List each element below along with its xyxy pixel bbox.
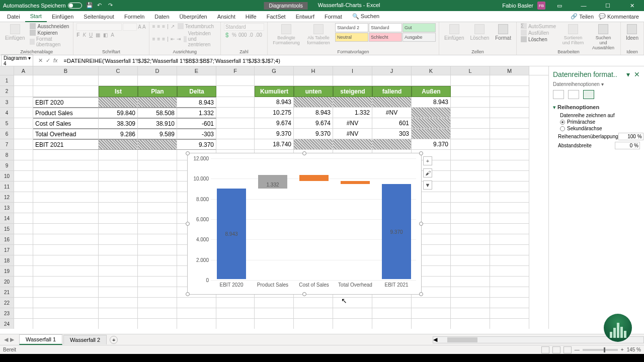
- tab-ueberpruefen[interactable]: Überprüfen: [175, 12, 212, 22]
- cell[interactable]: [33, 234, 99, 245]
- resize-handle[interactable]: [419, 222, 423, 226]
- row-header[interactable]: 23: [0, 308, 14, 319]
- cell[interactable]: 9.370: [255, 129, 294, 139]
- cell[interactable]: [138, 139, 177, 150]
- cell[interactable]: [177, 298, 216, 308]
- section-header[interactable]: ▾ Reihenoptionen: [553, 104, 640, 111]
- clear-button[interactable]: Löschen: [520, 36, 557, 42]
- zoom-level[interactable]: 145 %: [627, 347, 641, 352]
- cell[interactable]: [451, 192, 490, 203]
- cell[interactable]: [33, 160, 99, 171]
- align-center-icon[interactable]: ≡: [157, 36, 160, 42]
- cell[interactable]: [14, 150, 33, 160]
- cell[interactable]: [138, 319, 177, 329]
- cell[interactable]: [216, 308, 255, 319]
- cell[interactable]: [14, 319, 33, 329]
- cell[interactable]: [490, 97, 529, 108]
- cell[interactable]: [33, 308, 99, 319]
- col-header[interactable]: K: [412, 66, 451, 75]
- worksheet-grid[interactable]: A B C D E F G H I J K L M 12IstPlanDelta…: [0, 66, 548, 329]
- cell[interactable]: [372, 298, 412, 308]
- chart-elements-button[interactable]: +: [423, 156, 432, 165]
- cell[interactable]: [294, 298, 333, 308]
- formula-input[interactable]: =DATENREIHE('Wasserfall 1'!$J$2;'Wasserf…: [62, 57, 644, 64]
- col-header[interactable]: H: [294, 66, 333, 75]
- style-standard2[interactable]: Standard 2: [335, 23, 368, 32]
- cell[interactable]: [294, 139, 333, 150]
- tab-start[interactable]: Start: [25, 11, 47, 22]
- cell[interactable]: [33, 224, 99, 234]
- overlap-input[interactable]: [618, 133, 643, 140]
- conditional-formatting-button[interactable]: Bedingte Formatierung: [271, 23, 302, 46]
- normal-view-icon[interactable]: [541, 346, 549, 353]
- fill-button[interactable]: Ausfüllen: [520, 30, 557, 36]
- cell[interactable]: [490, 203, 529, 213]
- cell[interactable]: 8.943: [177, 97, 216, 108]
- cell[interactable]: [490, 234, 529, 245]
- insert-cells-button[interactable]: Einfügen: [442, 23, 466, 42]
- row-header[interactable]: 2: [0, 86, 14, 97]
- cell[interactable]: EBIT 2020: [33, 97, 99, 108]
- cancel-formula-icon[interactable]: ✕: [38, 57, 43, 64]
- align-left-icon[interactable]: ≡: [152, 36, 155, 42]
- cell[interactable]: [33, 75, 99, 86]
- cell[interactable]: 9.370: [412, 139, 451, 150]
- cell[interactable]: #NV: [372, 108, 412, 118]
- row-header[interactable]: 5: [0, 118, 14, 129]
- italic-icon[interactable]: K: [83, 32, 86, 38]
- align-mid-icon[interactable]: ≡: [157, 24, 160, 29]
- cell[interactable]: [33, 182, 99, 192]
- cell[interactable]: [294, 97, 333, 108]
- row-header[interactable]: 18: [0, 255, 14, 266]
- format-cells-button[interactable]: Format: [493, 23, 513, 42]
- style-gut[interactable]: Gut: [403, 23, 436, 32]
- cell[interactable]: [451, 108, 490, 118]
- tab-format[interactable]: Format: [319, 12, 347, 22]
- cell[interactable]: [333, 75, 372, 86]
- close-pane-icon[interactable]: ✕: [634, 70, 640, 78]
- cell[interactable]: [490, 319, 529, 329]
- wrap-text-button[interactable]: Textumbruch: [177, 23, 215, 29]
- row-header[interactable]: 4: [0, 108, 14, 118]
- cell[interactable]: [14, 182, 33, 192]
- cell[interactable]: [451, 266, 490, 277]
- cell[interactable]: steigend: [333, 86, 372, 97]
- resize-handle[interactable]: [302, 292, 306, 296]
- cell[interactable]: [14, 287, 33, 298]
- cell[interactable]: [490, 255, 529, 266]
- cell[interactable]: [33, 150, 99, 160]
- cell[interactable]: [33, 255, 99, 266]
- cell[interactable]: [14, 86, 33, 97]
- row-header[interactable]: 16: [0, 234, 14, 245]
- paste-button[interactable]: Einfügen: [3, 23, 27, 42]
- cell[interactable]: [138, 308, 177, 319]
- cell[interactable]: [14, 277, 33, 287]
- sheet-tab-2[interactable]: Wasserfall 2: [63, 335, 107, 344]
- cell[interactable]: [33, 192, 99, 203]
- row-header[interactable]: 13: [0, 203, 14, 213]
- resize-handle[interactable]: [419, 151, 423, 155]
- cell[interactable]: [451, 139, 490, 150]
- cell[interactable]: [372, 75, 412, 86]
- tab-formeln[interactable]: Formeln: [119, 12, 149, 22]
- cell[interactable]: [14, 203, 33, 213]
- tab-factset[interactable]: FactSet: [262, 12, 291, 22]
- cell[interactable]: [451, 213, 490, 224]
- cell[interactable]: [490, 182, 529, 192]
- resize-handle[interactable]: [186, 292, 190, 296]
- resize-handle[interactable]: [302, 151, 306, 155]
- row-header[interactable]: 20: [0, 277, 14, 287]
- cell[interactable]: [33, 213, 99, 224]
- cell[interactable]: [216, 108, 255, 118]
- border-icon[interactable]: ▦: [96, 32, 100, 38]
- cell[interactable]: 18.740: [255, 139, 294, 150]
- percent-icon[interactable]: %: [232, 32, 236, 38]
- chevron-down-icon[interactable]: ▾: [626, 70, 630, 78]
- cell[interactable]: [412, 129, 451, 139]
- cell[interactable]: [451, 203, 490, 213]
- sheet-prev-icon[interactable]: ◀: [4, 336, 8, 343]
- cell[interactable]: [490, 192, 529, 203]
- cell[interactable]: 9.370: [177, 139, 216, 150]
- align-right-icon[interactable]: ≡: [162, 36, 165, 42]
- tab-entwurf[interactable]: Entwurf: [291, 12, 319, 22]
